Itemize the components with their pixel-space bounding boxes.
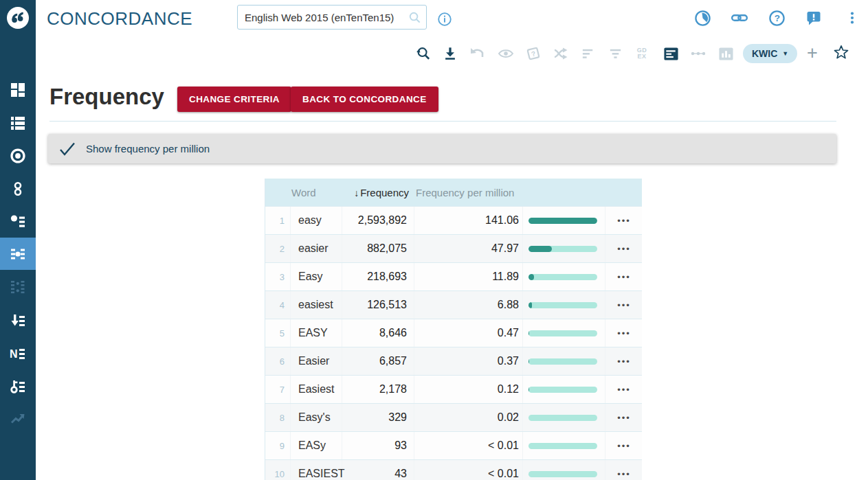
search-again-button[interactable] <box>415 45 432 62</box>
frequency-bar-track <box>528 302 597 308</box>
eye-icon <box>498 45 514 62</box>
row-word: EASIEST <box>291 460 342 480</box>
row-menu-button[interactable]: ••• <box>605 207 643 234</box>
row-rank: 7 <box>265 376 291 403</box>
sort-button <box>580 45 597 62</box>
sidebar-item-corpora[interactable] <box>0 106 36 139</box>
help-icon: ? <box>768 10 786 27</box>
row-bar-cell <box>523 404 605 431</box>
row-menu-button[interactable]: ••• <box>605 376 643 403</box>
row-word: easiest <box>291 291 342 319</box>
favorite-button[interactable] <box>833 44 849 60</box>
sidebar-item-keywords[interactable] <box>0 370 36 402</box>
table-row: 7Easiest2,1780.12••• <box>265 375 642 403</box>
row-menu-button[interactable]: ••• <box>605 291 643 319</box>
table-row: 2easier882,07547.97••• <box>265 234 642 262</box>
column-header-word[interactable]: Word <box>291 187 342 198</box>
row-frequency: 2,593,892 <box>342 207 414 234</box>
download-icon <box>443 46 458 61</box>
svg-text:?: ? <box>531 49 537 58</box>
chevron-down-icon: ▼ <box>782 50 788 57</box>
row-bar-cell <box>523 347 605 375</box>
row-menu-button[interactable]: ••• <box>605 404 643 431</box>
search-icon <box>408 11 421 24</box>
row-frequency: 43 <box>342 460 414 480</box>
undo-icon <box>469 45 486 62</box>
filter-button <box>607 45 623 62</box>
frequency-bar-fill <box>528 218 597 224</box>
sidebar-item-concordance[interactable] <box>0 139 36 172</box>
view-button <box>498 45 514 62</box>
sort-lines-icon <box>581 46 597 62</box>
toggle-label: Show frequency per million <box>86 143 210 155</box>
sidebar-item-ngrams[interactable]: N <box>0 337 36 369</box>
chart-icon <box>718 46 734 62</box>
row-rank: 10 <box>265 460 291 480</box>
gdex-button: GDEX <box>634 45 650 62</box>
row-rank: 5 <box>265 319 291 347</box>
view-mode-label: KWIC <box>752 48 777 59</box>
show-frequency-per-million-toggle[interactable]: Show frequency per million <box>48 134 836 163</box>
row-word: Easy <box>291 263 342 290</box>
table-row: 1easy2,593,892141.06••• <box>265 206 642 234</box>
row-frequency: 8,646 <box>342 319 414 347</box>
row-per-million: < 0.01 <box>414 460 523 480</box>
row-menu-button[interactable]: ••• <box>605 460 643 480</box>
row-menu-button[interactable]: ••• <box>605 319 643 347</box>
sidebar-item-dashboard[interactable] <box>0 73 36 106</box>
corpus-info-button[interactable] <box>436 10 454 28</box>
column-header-frequency[interactable]: ↓Frequency <box>342 187 414 198</box>
row-bar-cell <box>523 432 605 459</box>
feedback-button[interactable] <box>805 9 823 27</box>
sketch-engine-logo[interactable] <box>7 7 29 29</box>
frequency-bar-track <box>528 387 597 393</box>
random-sample-dice-icon: ? <box>525 45 542 62</box>
view-options-button[interactable] <box>663 45 679 62</box>
row-menu-button[interactable]: ••• <box>605 432 643 459</box>
frequency-bar-track <box>528 471 597 477</box>
sidebar-item-wordlist[interactable] <box>0 304 36 336</box>
sort-desc-icon: ↓ <box>354 187 359 198</box>
row-bar-cell <box>523 235 605 262</box>
row-rank: 4 <box>265 291 291 319</box>
contrast-toggle-button[interactable] <box>693 9 711 27</box>
view-options-icon <box>663 46 679 62</box>
row-bar-cell <box>523 263 605 290</box>
sidebar-item-thesaurus[interactable] <box>0 238 36 270</box>
download-button[interactable] <box>442 45 458 62</box>
keywords-icon <box>10 378 26 395</box>
row-word: EASy <box>291 432 342 459</box>
kebab-menu-icon <box>845 10 860 26</box>
sidebar-item-word-sketch[interactable] <box>0 205 36 238</box>
corpus-selector-input[interactable]: English Web 2015 (enTenTen15) <box>237 5 427 30</box>
row-rank: 8 <box>265 404 291 431</box>
view-mode-dropdown[interactable]: KWIC ▼ <box>743 44 797 63</box>
row-bar-cell <box>523 291 605 319</box>
row-frequency: 126,513 <box>342 291 414 319</box>
frequency-bar-track <box>528 330 597 336</box>
row-per-million: < 0.01 <box>414 432 523 459</box>
gdex-icon: GDEX <box>637 47 647 60</box>
frequency-bar-track <box>528 415 597 421</box>
row-bar-cell <box>523 319 605 347</box>
change-criteria-button[interactable]: CHANGE CRITERIA <box>177 87 291 112</box>
row-menu-button[interactable]: ••• <box>605 347 643 375</box>
more-menu-button[interactable] <box>843 9 861 27</box>
table-header-row: Word ↓Frequency Frequency per million <box>265 179 642 206</box>
row-menu-button[interactable]: ••• <box>605 235 643 262</box>
permalink-button[interactable] <box>731 9 748 27</box>
back-to-concordance-button[interactable]: BACK TO CONCORDANCE <box>291 87 438 112</box>
row-bar-cell <box>523 207 605 234</box>
shuffle-icon <box>553 45 569 62</box>
row-menu-button[interactable]: ••• <box>605 263 643 290</box>
sidebar-item-trends <box>0 402 36 435</box>
undo-button <box>469 45 486 62</box>
dashboard-icon <box>10 82 26 98</box>
parallel-concordance-icon <box>10 181 26 197</box>
help-button[interactable]: ? <box>768 9 786 27</box>
column-header-per-million[interactable]: Frequency per million <box>414 187 523 198</box>
sidebar-item-parallel-concordance[interactable] <box>0 172 36 205</box>
link-icon <box>731 9 748 27</box>
frequency-bar-fill <box>528 302 532 308</box>
add-button[interactable]: + <box>804 43 821 65</box>
